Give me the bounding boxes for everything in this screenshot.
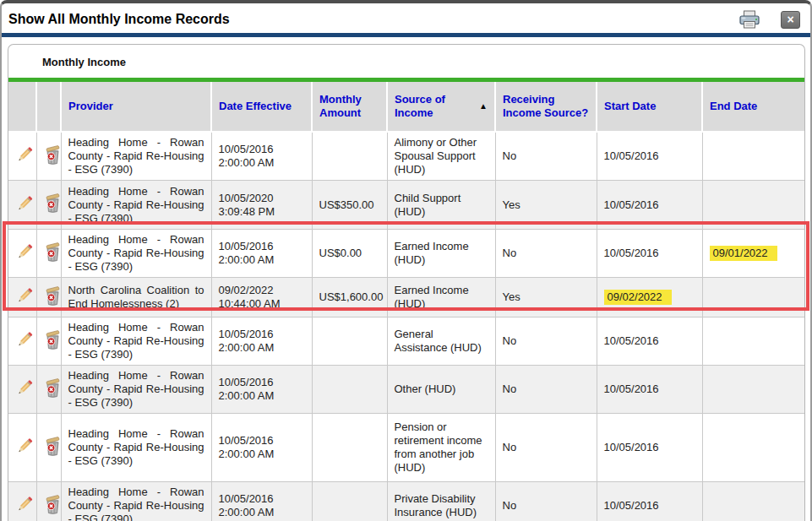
delete-cell <box>36 482 61 521</box>
income-record-row: Heading Home - Rowan County - Rapid Re-H… <box>8 230 805 278</box>
date-effective-cell: 10/05/2016 2:00:00 AM <box>211 132 312 181</box>
sort-ascending-icon[interactable]: ▲ <box>479 100 488 113</box>
edit-cell <box>8 278 36 317</box>
monthly-amount-cell <box>312 482 387 521</box>
edit-pencil-icon[interactable] <box>15 377 35 398</box>
source-of-income-cell: General Assistance (HUD) <box>387 317 495 366</box>
monthly-amount-cell <box>312 317 387 366</box>
pencil-icon-graphic <box>15 494 35 514</box>
pencil-icon-graphic <box>15 285 35 306</box>
edit-cell <box>8 414 36 482</box>
edit-pencil-icon[interactable] <box>15 329 35 350</box>
provider-cell: Heading Home - Rowan County - Rapid Re-H… <box>61 132 211 181</box>
monthly-amount-cell: US$350.00 <box>312 181 387 230</box>
end-date-cell <box>702 482 805 521</box>
delete-cell <box>36 278 61 317</box>
monthly-amount-cell <box>312 366 387 414</box>
delete-trashcan-icon[interactable] <box>44 285 62 307</box>
dialog-titlebar: Show All Monthly Income Records × <box>2 3 810 33</box>
end-date-cell <box>702 317 805 366</box>
provider-cell: Heading Home - Rowan County - Rapid Re-H… <box>61 317 211 366</box>
print-icon[interactable] <box>738 10 760 29</box>
edit-cell <box>8 132 36 181</box>
delete-cell <box>36 414 61 482</box>
pencil-icon-graphic <box>15 144 35 165</box>
source-of-income-cell: Earned Income (HUD) <box>387 278 495 317</box>
edit-pencil-icon[interactable] <box>15 436 35 456</box>
edit-pencil-icon[interactable] <box>15 193 35 214</box>
income-record-row: Heading Home - Rowan County - Rapid Re-H… <box>8 317 805 366</box>
delete-trashcan-icon[interactable] <box>44 193 62 214</box>
pencil-icon-graphic <box>15 242 35 262</box>
receiving-income-source-cell: No <box>495 132 597 181</box>
provider-cell: Heading Home - Rowan County - Rapid Re-H… <box>61 181 211 230</box>
provider-cell: North Carolina Coalition to End Homeless… <box>61 278 211 317</box>
titlebar-actions: × <box>738 10 800 29</box>
start-date-column-header[interactable]: Start Date <box>597 82 702 132</box>
monthly-amount-cell <box>312 132 387 181</box>
header-row: Provider Date Effective Monthly Amount S… <box>8 82 805 132</box>
start-date-cell: 10/05/2016 <box>597 230 702 278</box>
edit-pencil-icon[interactable] <box>15 144 35 165</box>
edit-cell <box>8 366 36 414</box>
receiving-income-source-cell: No <box>495 230 597 278</box>
monthly-amount-cell: US$1,600.00 <box>312 278 387 317</box>
trashcan-icon-graphic <box>44 242 62 263</box>
date-effective-cell: 10/05/2016 2:00:00 AM <box>211 482 312 521</box>
receiving-income-source-column-header[interactable]: Receiving Income Source? <box>495 82 597 132</box>
monthly-amount-column-header[interactable]: Monthly Amount <box>312 82 387 132</box>
receiving-income-source-cell: No <box>495 482 597 521</box>
delete-trashcan-icon[interactable] <box>44 242 62 263</box>
monthly-amount-cell <box>312 414 387 482</box>
delete-trashcan-icon[interactable] <box>44 329 62 350</box>
provider-cell: Heading Home - Rowan County - Rapid Re-H… <box>61 414 211 482</box>
delete-cell <box>36 366 61 414</box>
delete-trashcan-icon[interactable] <box>44 377 62 399</box>
source-of-income-cell: Earned Income (HUD) <box>387 230 495 278</box>
title-underline <box>2 33 810 37</box>
source-of-income-label: Source of Income <box>395 93 476 120</box>
delete-column-header <box>36 82 61 132</box>
income-table-body: Heading Home - Rowan County - Rapid Re-H… <box>8 132 805 521</box>
printer-icon-graphic <box>738 10 760 29</box>
highlighted-date: 09/02/2022 <box>604 290 672 305</box>
trashcan-icon-graphic <box>44 329 62 350</box>
edit-cell <box>8 317 36 366</box>
edit-pencil-icon[interactable] <box>15 285 35 306</box>
receiving-income-source-cell: Yes <box>495 181 597 230</box>
source-of-income-column-header[interactable]: Source of Income ▲ <box>387 82 495 132</box>
edit-pencil-icon[interactable] <box>15 494 35 514</box>
income-record-row: Heading Home - Rowan County - Rapid Re-H… <box>8 414 805 482</box>
receiving-income-source-cell: Yes <box>495 278 597 317</box>
provider-column-header[interactable]: Provider <box>61 82 211 132</box>
edit-column-header <box>8 82 36 132</box>
edit-cell <box>8 181 36 230</box>
provider-cell: Heading Home - Rowan County - Rapid Re-H… <box>61 230 211 278</box>
pencil-icon-graphic <box>15 193 35 214</box>
income-record-row: North Carolina Coalition to End Homeless… <box>8 278 805 317</box>
income-record-row: Heading Home - Rowan County - Rapid Re-H… <box>8 482 805 521</box>
delete-cell <box>36 317 61 366</box>
date-effective-cell: 10/05/2016 2:00:00 AM <box>211 366 312 414</box>
close-icon[interactable]: × <box>781 11 800 29</box>
delete-cell <box>36 181 61 230</box>
end-date-column-header[interactable]: End Date <box>702 82 805 132</box>
highlighted-date: 09/01/2022 <box>710 246 777 261</box>
monthly-income-records-dialog: Show All Monthly Income Records × Monthl… <box>0 0 812 521</box>
date-effective-cell: 10/05/2016 2:00:00 AM <box>211 317 312 366</box>
delete-trashcan-icon[interactable] <box>44 144 62 166</box>
delete-trashcan-icon[interactable] <box>44 436 62 457</box>
date-effective-column-header[interactable]: Date Effective <box>211 82 312 132</box>
edit-pencil-icon[interactable] <box>15 242 35 262</box>
receiving-income-source-cell: No <box>495 414 597 482</box>
delete-trashcan-icon[interactable] <box>44 494 62 515</box>
trashcan-icon-graphic <box>44 377 62 399</box>
date-effective-cell: 10/05/2020 3:09:48 PM <box>211 181 312 230</box>
end-date-cell <box>702 278 805 317</box>
monthly-income-panel: Monthly Income Provider Date Effective M… <box>8 44 805 521</box>
provider-cell: Heading Home - Rowan County - Rapid Re-H… <box>61 366 211 414</box>
income-record-row: Heading Home - Rowan County - Rapid Re-H… <box>8 366 805 414</box>
trashcan-icon-graphic <box>44 193 62 214</box>
pencil-icon-graphic <box>15 329 35 350</box>
source-of-income-cell: Other (HUD) <box>387 366 495 414</box>
